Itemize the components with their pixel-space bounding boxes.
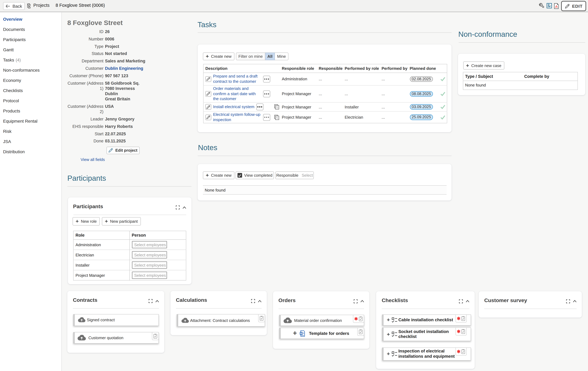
svg-text:W: W (300, 332, 303, 335)
